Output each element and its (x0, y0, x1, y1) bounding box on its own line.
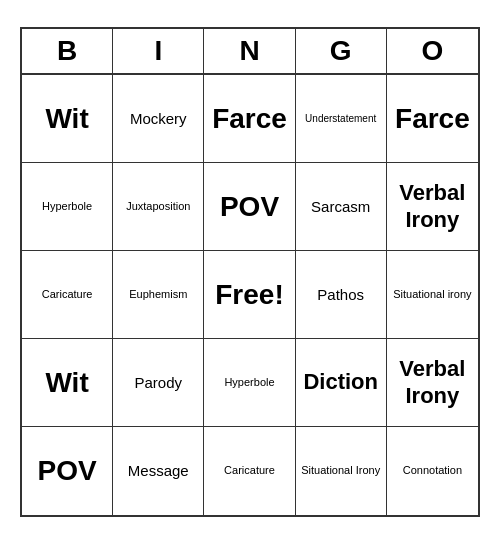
cell-text-5: Hyperbole (42, 200, 92, 213)
cell-text-7: POV (220, 190, 279, 224)
header-letter-b: B (22, 29, 113, 73)
bingo-cell-19: Verbal Irony (387, 339, 478, 427)
cell-text-18: Diction (303, 369, 378, 395)
cell-text-9: Verbal Irony (391, 180, 474, 233)
bingo-cell-18: Diction (296, 339, 387, 427)
bingo-cell-6: Juxtaposition (113, 163, 204, 251)
bingo-cell-17: Hyperbole (204, 339, 295, 427)
bingo-cell-14: Situational irony (387, 251, 478, 339)
cell-text-20: POV (38, 454, 97, 488)
cell-text-0: Wit (45, 102, 88, 136)
bingo-cell-10: Caricature (22, 251, 113, 339)
bingo-cell-13: Pathos (296, 251, 387, 339)
bingo-cell-21: Message (113, 427, 204, 515)
bingo-cell-20: POV (22, 427, 113, 515)
cell-text-15: Wit (45, 366, 88, 400)
bingo-grid: WitMockeryFarceUnderstatementFarceHyperb… (22, 75, 478, 515)
cell-text-12: Free! (215, 278, 283, 312)
cell-text-11: Euphemism (129, 288, 187, 301)
cell-text-3: Understatement (305, 113, 376, 125)
cell-text-21: Message (128, 462, 189, 480)
bingo-cell-1: Mockery (113, 75, 204, 163)
cell-text-8: Sarcasm (311, 198, 370, 216)
cell-text-23: Situational Irony (301, 464, 380, 477)
bingo-cell-9: Verbal Irony (387, 163, 478, 251)
bingo-cell-4: Farce (387, 75, 478, 163)
cell-text-22: Caricature (224, 464, 275, 477)
cell-text-16: Parody (135, 374, 183, 392)
header-letter-i: I (113, 29, 204, 73)
bingo-cell-8: Sarcasm (296, 163, 387, 251)
bingo-cell-0: Wit (22, 75, 113, 163)
cell-text-2: Farce (212, 102, 287, 136)
cell-text-4: Farce (395, 102, 470, 136)
bingo-cell-3: Understatement (296, 75, 387, 163)
bingo-cell-5: Hyperbole (22, 163, 113, 251)
bingo-cell-22: Caricature (204, 427, 295, 515)
bingo-cell-23: Situational Irony (296, 427, 387, 515)
cell-text-24: Connotation (403, 464, 462, 477)
cell-text-1: Mockery (130, 110, 187, 128)
bingo-card: BINGO WitMockeryFarceUnderstatementFarce… (20, 27, 480, 517)
cell-text-14: Situational irony (393, 288, 471, 301)
bingo-cell-16: Parody (113, 339, 204, 427)
bingo-cell-2: Farce (204, 75, 295, 163)
bingo-cell-12: Free! (204, 251, 295, 339)
bingo-header: BINGO (22, 29, 478, 75)
cell-text-19: Verbal Irony (391, 356, 474, 409)
cell-text-17: Hyperbole (224, 376, 274, 389)
cell-text-6: Juxtaposition (126, 200, 190, 213)
bingo-cell-7: POV (204, 163, 295, 251)
cell-text-13: Pathos (317, 286, 364, 304)
bingo-cell-15: Wit (22, 339, 113, 427)
header-letter-n: N (204, 29, 295, 73)
header-letter-o: O (387, 29, 478, 73)
cell-text-10: Caricature (42, 288, 93, 301)
header-letter-g: G (296, 29, 387, 73)
bingo-cell-11: Euphemism (113, 251, 204, 339)
bingo-cell-24: Connotation (387, 427, 478, 515)
